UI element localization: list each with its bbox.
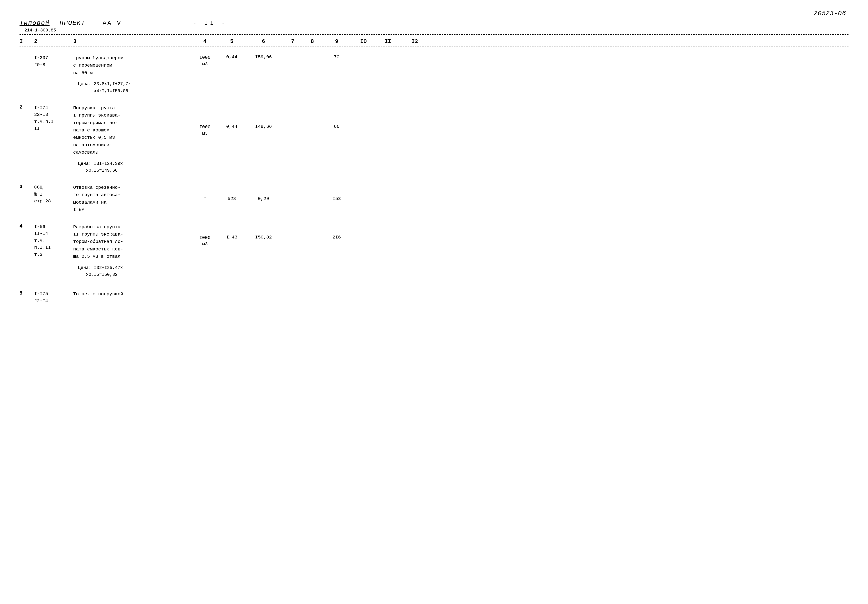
row-4-desc: Разработка грунтаII группы экскава-тором… [73,223,190,260]
row-5-num: 5 [20,290,34,296]
row-3-desc: Отвозка срезанно-го грунта автоса-мосвал… [73,184,190,214]
table-body: I-23729-8 группы бульдозеромс перемещени… [20,54,848,304]
aav-text: АА V [102,20,121,27]
row-1-code: I-23729-8 [34,54,73,68]
column-headers-row: I 2 3 4 5 6 7 8 9 IO II I2 [20,36,848,47]
row-3-main: 3 ССЦ№ Iстр.28 Отвозка срезанно-го грунт… [20,184,848,214]
row-2-code: I-I7422-I3т.ч.п.III [34,104,73,132]
row-4-main: 4 I-56II-I4т.ч.п.I.IIт.3 Разработка грун… [20,223,848,260]
col-header-3: 3 [73,39,190,45]
tipovoiy-label: Типовой ПРОЕКТ АА V - II - [20,20,227,27]
row-2-col9: 66 [322,124,351,129]
row-5-code: I-I7522-I4 [34,290,73,304]
row-1-qty: 0,44 [220,54,244,60]
row-3-col9: I53 [322,196,351,201]
row-5-main: 5 I-I7522-I4 То же, с погрузкой [20,290,848,304]
table-row: 3 ССЦ№ Iстр.28 Отвозка срезанно-го грунт… [20,184,848,214]
row-4-price-note: Цена: I32+I25,47х х0,I5=I50,82 [78,264,848,279]
subtitle-text: 214-1-309.85 [25,28,848,33]
header-dashed-line [20,34,848,35]
col-header-10: IO [351,39,376,45]
row-3-code: ССЦ№ Iстр.28 [34,184,73,205]
col-header-4: 4 [190,39,220,45]
row-4-col9: 2I6 [322,235,351,240]
row-2-qty: 0,44 [220,124,244,129]
col-header-11: II [376,39,400,45]
row-2-desc: Погрузка грунтаI группы экскава-тором-пр… [73,104,190,156]
page: 20523-06 Типовой ПРОЕКТ АА V - II - 214-… [0,0,868,604]
row-4-num: 4 [20,223,34,229]
col-header-6: 6 [244,39,283,45]
row-1-col9: 70 [322,54,351,60]
doc-number: 20523-06 [814,10,846,17]
col-header-9: 9 [322,39,351,45]
row-5-desc: То же, с погрузкой [73,290,190,298]
row-1-unit: I000м3 [190,54,220,67]
row-2-unit: I000м3 [190,124,220,137]
row-1-price: I59,06 [244,54,283,60]
row-4-qty: I,43 [220,235,244,240]
row-3-price: 0,29 [244,196,283,201]
row-2-main: 2 I-I7422-I3т.ч.п.III Погрузка грунтаI г… [20,104,848,156]
row-2-price: I49,66 [244,124,283,129]
row-3-unit: Т [190,196,220,201]
table-row: 4 I-56II-I4т.ч.п.I.IIт.3 Разработка грун… [20,223,848,279]
row-4-price: I50,82 [244,235,283,240]
row-3-num: 3 [20,184,34,189]
col-header-1: I [20,39,34,45]
row-2-num: 2 [20,104,34,110]
table-row: I-23729-8 группы бульдозеромс перемещени… [20,54,848,94]
row-1-main: I-23729-8 группы бульдозеромс перемещени… [20,54,848,77]
col-header-12: I2 [400,39,429,45]
col-header-2: 2 [34,39,73,45]
table-row: 5 I-I7522-I4 То же, с погрузкой [20,290,848,304]
row-1-price-note: Цена: 33,8хI,I+27,7х х4хI,I=I59,06 [78,81,848,94]
row-2-price-note: Цена: I3I+I24,39х х0,I5=I49,66 [78,160,848,174]
col-header-8: 8 [302,39,322,45]
row-3-qty: 528 [220,196,244,201]
table-row: 2 I-I7422-I3т.ч.п.III Погрузка грунтаI г… [20,104,848,174]
header-top-row: Типовой ПРОЕКТ АА V - II - [20,20,848,27]
col-header-7: 7 [283,39,302,45]
row-4-code: I-56II-I4т.ч.п.I.IIт.3 [34,223,73,258]
header-area: Типовой ПРОЕКТ АА V - II - 214-1-309.85 … [20,20,848,47]
row-4-unit: I000м3 [190,235,220,248]
row-1-desc: группы бульдозеромс перемещениемна 50 м [73,54,190,77]
proekt-text: ПРОЕКТ [59,20,85,27]
ii-text: - II - [193,20,227,27]
col-header-5: 5 [220,39,244,45]
tipovoiy-text: Типовой [20,20,50,27]
